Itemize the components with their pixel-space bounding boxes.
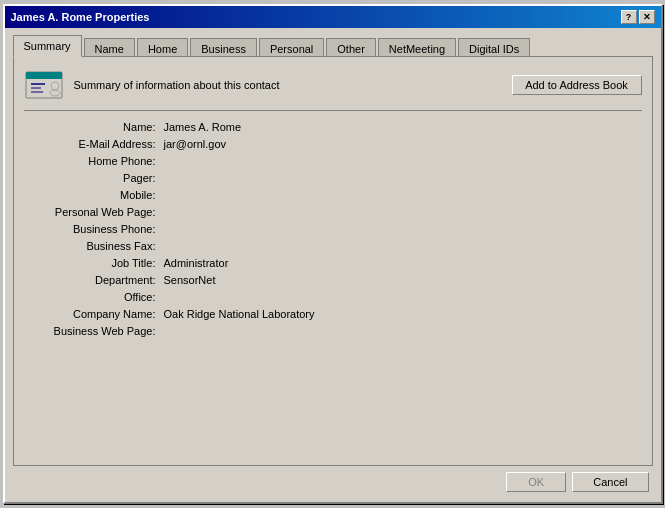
- field-row: Personal Web Page:: [24, 206, 642, 218]
- svg-rect-1: [26, 72, 62, 79]
- field-label: Business Web Page:: [24, 325, 164, 337]
- window-title: James A. Rome Properties: [11, 11, 150, 23]
- tab-business[interactable]: Business: [190, 38, 257, 58]
- field-label: Personal Web Page:: [24, 206, 164, 218]
- tab-netmeeting[interactable]: NetMeeting: [378, 38, 456, 58]
- dialog-footer: OK Cancel: [13, 466, 653, 494]
- tab-content: Summary of information about this contac…: [13, 56, 653, 466]
- field-label: Name:: [24, 121, 164, 133]
- window-content: SummaryNameHomeBusinessPersonalOtherNetM…: [5, 28, 661, 502]
- cancel-button[interactable]: Cancel: [572, 472, 648, 492]
- field-label: Mobile:: [24, 189, 164, 201]
- field-label: Business Fax:: [24, 240, 164, 252]
- field-row: E-Mail Address:jar@ornl.gov: [24, 138, 642, 150]
- field-row: Company Name:Oak Ridge National Laborato…: [24, 308, 642, 320]
- field-label: E-Mail Address:: [24, 138, 164, 150]
- tab-name[interactable]: Name: [84, 38, 135, 58]
- tab-digital-ids[interactable]: Digital IDs: [458, 38, 530, 58]
- field-value: SensorNet: [164, 274, 642, 286]
- tab-other[interactable]: Other: [326, 38, 376, 58]
- tab-personal[interactable]: Personal: [259, 38, 324, 58]
- tab-header: Summary of information about this contac…: [24, 67, 642, 111]
- field-row: Pager:: [24, 172, 642, 184]
- field-row: Home Phone:: [24, 155, 642, 167]
- properties-dialog: James A. Rome Properties ? ✕ SummaryName…: [3, 4, 663, 504]
- field-label: Office:: [24, 291, 164, 303]
- field-row: Business Fax:: [24, 240, 642, 252]
- title-bar: James A. Rome Properties ? ✕: [5, 6, 661, 28]
- add-to-address-book-button[interactable]: Add to Address Book: [512, 75, 642, 95]
- contact-icon: [24, 67, 64, 102]
- field-row: Business Web Page:: [24, 325, 642, 337]
- fields-grid: Name:James A. RomeE-Mail Address:jar@orn…: [24, 121, 642, 455]
- field-row: Office:: [24, 291, 642, 303]
- field-value: jar@ornl.gov: [164, 138, 642, 150]
- field-value: Oak Ridge National Laboratory: [164, 308, 642, 320]
- summary-description: Summary of information about this contac…: [74, 79, 280, 91]
- svg-point-6: [50, 90, 60, 96]
- ok-button[interactable]: OK: [506, 472, 566, 492]
- field-label: Pager:: [24, 172, 164, 184]
- field-row: Mobile:: [24, 189, 642, 201]
- field-label: Department:: [24, 274, 164, 286]
- field-row: Name:James A. Rome: [24, 121, 642, 133]
- tab-header-left: Summary of information about this contac…: [24, 67, 280, 102]
- tab-bar: SummaryNameHomeBusinessPersonalOtherNetM…: [13, 34, 653, 56]
- tab-home[interactable]: Home: [137, 38, 188, 58]
- field-label: Company Name:: [24, 308, 164, 320]
- field-row: Job Title:Administrator: [24, 257, 642, 269]
- svg-point-5: [51, 82, 59, 90]
- help-button[interactable]: ?: [621, 10, 637, 24]
- tab-summary[interactable]: Summary: [13, 35, 82, 57]
- title-bar-buttons: ? ✕: [621, 10, 655, 24]
- field-value: Administrator: [164, 257, 642, 269]
- close-button[interactable]: ✕: [639, 10, 655, 24]
- field-label: Business Phone:: [24, 223, 164, 235]
- field-row: Department:SensorNet: [24, 274, 642, 286]
- field-row: Business Phone:: [24, 223, 642, 235]
- field-label: Home Phone:: [24, 155, 164, 167]
- field-value: James A. Rome: [164, 121, 642, 133]
- field-label: Job Title:: [24, 257, 164, 269]
